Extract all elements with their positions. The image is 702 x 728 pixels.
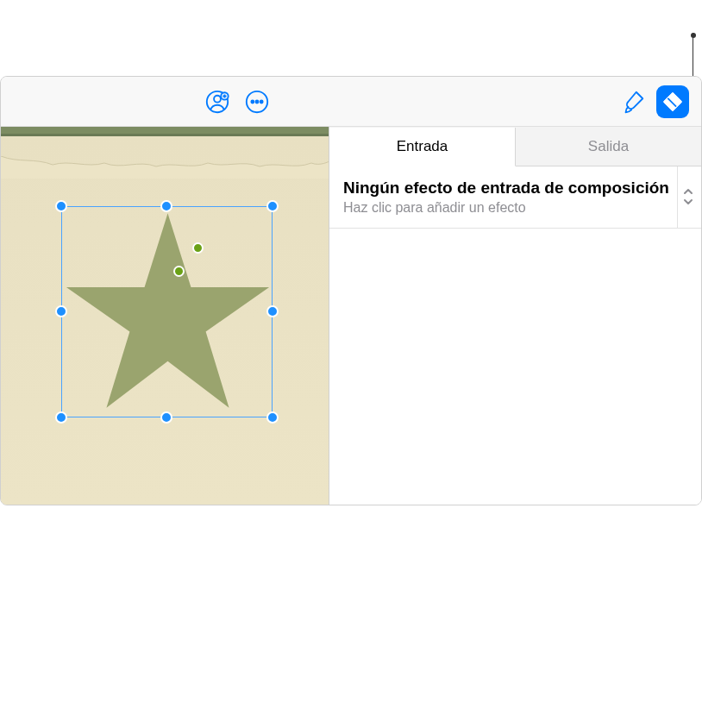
effect-title: Ningún efecto de entrada de composición [343, 179, 677, 198]
tab-salida[interactable]: Salida [516, 127, 701, 166]
more-button[interactable] [237, 82, 277, 122]
format-button[interactable] [613, 82, 653, 122]
svg-point-1 [214, 95, 221, 102]
effect-expand-button[interactable] [677, 166, 701, 228]
resize-handle-topright[interactable] [266, 200, 279, 212]
resize-handle-bottom[interactable] [160, 411, 172, 424]
shape-control-point[interactable] [173, 266, 185, 277]
paintbrush-icon [620, 89, 646, 115]
effect-subtitle: Haz clic para añadir un efecto [343, 200, 677, 216]
animation-sidebar: Entrada Salida Ningún efecto de entrada … [329, 127, 701, 505]
content-row: Entrada Salida Ningún efecto de entrada … [1, 127, 701, 505]
chevron-updown-icon [682, 187, 694, 206]
svg-point-8 [260, 100, 263, 103]
animation-tabs: Entrada Salida [329, 127, 701, 166]
svg-point-6 [251, 100, 254, 103]
slide-canvas[interactable] [1, 127, 329, 505]
toolbar [1, 77, 701, 127]
collaborate-button[interactable] [197, 82, 237, 122]
animate-diamond-icon [656, 85, 689, 118]
torn-edge [1, 156, 329, 179]
collaborate-icon [204, 89, 230, 115]
star-shape[interactable] [62, 207, 273, 418]
selection-box[interactable] [61, 206, 273, 417]
svg-point-7 [256, 100, 259, 103]
resize-handle-bottomleft[interactable] [55, 411, 67, 424]
animate-button[interactable] [653, 82, 693, 122]
shape-control-point[interactable] [192, 242, 204, 254]
callout-dot [691, 33, 696, 38]
add-build-effect-row[interactable]: Ningún efecto de entrada de composición … [329, 166, 701, 229]
resize-handle-top[interactable] [160, 200, 172, 212]
resize-handle-bottomright[interactable] [266, 411, 279, 424]
resize-handle-right[interactable] [266, 305, 279, 317]
resize-handle-left[interactable] [55, 305, 67, 317]
ellipsis-icon [244, 89, 270, 115]
effect-text-block: Ningún efecto de entrada de composición … [343, 179, 677, 216]
app-window: Entrada Salida Ningún efecto de entrada … [0, 76, 702, 505]
tab-entrada[interactable]: Entrada [329, 128, 516, 166]
svg-marker-9 [66, 213, 269, 407]
resize-handle-topleft[interactable] [55, 200, 67, 212]
